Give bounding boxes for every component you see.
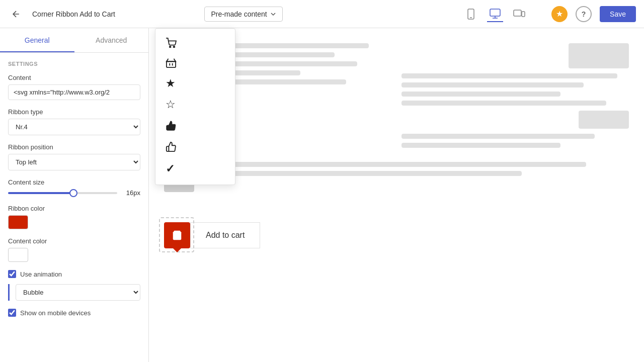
cart-icon xyxy=(166,38,177,48)
dropdown-item-check[interactable]: ✓ xyxy=(155,157,235,180)
use-animation-row: Use animation xyxy=(8,270,140,278)
svg-rect-6 xyxy=(522,12,525,17)
save-button[interactable]: Save xyxy=(600,6,636,22)
add-to-cart-button[interactable]: Add to cart xyxy=(190,222,260,248)
ribbon-color-swatch[interactable] xyxy=(8,215,28,229)
content-size-label: Content size xyxy=(8,178,140,186)
settings-section-label: SETTINGS xyxy=(8,61,140,67)
cart-ribbon-icon xyxy=(172,230,183,241)
device-icons xyxy=(463,6,527,22)
ribbon-type-select[interactable]: Nr.4 xyxy=(8,119,140,135)
dropdown-item-cart[interactable] xyxy=(155,33,235,53)
main-layout: General Advanced SETTINGS Content Ribbon… xyxy=(0,28,644,362)
content-label: Content xyxy=(8,74,140,81)
content-color-label: Content color xyxy=(8,237,140,245)
content-color-field-group: Content color xyxy=(8,237,140,262)
content-size-slider-row: 16px xyxy=(8,189,140,197)
content-field-group: Content xyxy=(8,74,140,100)
mobile-view-icon[interactable] xyxy=(463,6,479,22)
premade-content-dropdown[interactable]: Pre-made content xyxy=(204,7,282,22)
animation-indent: Bubble xyxy=(8,284,140,301)
ribbon-type-label: Ribbon type xyxy=(8,108,140,116)
responsive-view-icon[interactable] xyxy=(511,6,527,22)
premade-content-dropdown-menu: ★ ☆ ✓ xyxy=(155,28,235,185)
show-mobile-row: Show on mobile devices xyxy=(8,309,140,317)
svg-rect-2 xyxy=(490,9,500,16)
content-input[interactable] xyxy=(8,84,140,100)
ribbon-position-select[interactable]: Top left xyxy=(8,154,140,170)
animation-type-select[interactable]: Bubble xyxy=(16,284,140,301)
desktop-view-icon[interactable] xyxy=(487,6,503,22)
ribbon-position-field-group: Ribbon position Top left xyxy=(8,143,140,170)
show-mobile-checkbox[interactable] xyxy=(8,309,16,317)
dropdown-label: Pre-made content xyxy=(211,10,267,18)
content-size-field-group: Content size 16px xyxy=(8,178,140,197)
ribbon-color-label: Ribbon color xyxy=(8,205,140,212)
ribbon-position-label: Ribbon position xyxy=(8,143,140,151)
sidebar-tabs: General Advanced xyxy=(0,28,148,53)
content-size-track xyxy=(8,192,117,194)
tab-general[interactable]: General xyxy=(0,28,74,52)
show-mobile-label: Show on mobile devices xyxy=(20,309,91,317)
chevron-down-icon xyxy=(270,11,276,17)
thumbs-up-icon xyxy=(166,141,177,152)
preview-right-col xyxy=(401,43,629,152)
sidebar: General Advanced SETTINGS Content Ribbon… xyxy=(0,28,149,362)
svg-point-8 xyxy=(170,46,171,48)
dropdown-item-thumbs-up[interactable] xyxy=(155,136,235,157)
page-title: Corner Ribbon Add to Cart xyxy=(32,10,196,18)
content-size-thumb[interactable] xyxy=(69,189,77,197)
content-size-value: 16px xyxy=(122,189,140,197)
ribbon-type-field-group: Ribbon type Nr.4 xyxy=(8,108,140,135)
thumbs-up-filled-icon xyxy=(166,120,177,131)
add-to-cart-wrapper: Add to cart xyxy=(164,222,260,248)
premium-star-icon[interactable]: ★ xyxy=(551,6,568,22)
basket-icon xyxy=(166,58,177,68)
svg-point-9 xyxy=(174,46,175,48)
dropdown-item-thumbs-up-filled[interactable] xyxy=(155,115,235,136)
topbar: Corner Ribbon Add to Cart Pre-made conte… xyxy=(0,0,644,28)
dropdown-item-star-filled[interactable]: ★ xyxy=(155,73,235,94)
help-icon[interactable]: ? xyxy=(576,6,592,22)
back-button[interactable] xyxy=(8,6,24,22)
ribbon-container xyxy=(164,222,190,248)
dropdown-item-star-empty[interactable]: ☆ xyxy=(155,94,235,115)
dropdown-item-basket[interactable] xyxy=(155,53,235,73)
ribbon-badge xyxy=(164,222,190,248)
preview-text-lines xyxy=(200,162,629,192)
tab-advanced[interactable]: Advanced xyxy=(74,28,149,52)
ribbon-color-field-group: Ribbon color xyxy=(8,205,140,229)
content-color-swatch[interactable] xyxy=(8,248,28,262)
animation-type-field-group: Bubble xyxy=(16,284,140,301)
use-animation-checkbox[interactable] xyxy=(8,270,16,278)
svg-rect-5 xyxy=(514,10,521,16)
settings-panel: SETTINGS Content Ribbon type Nr.4 Ribbon… xyxy=(0,53,148,331)
use-animation-label: Use animation xyxy=(20,270,62,278)
